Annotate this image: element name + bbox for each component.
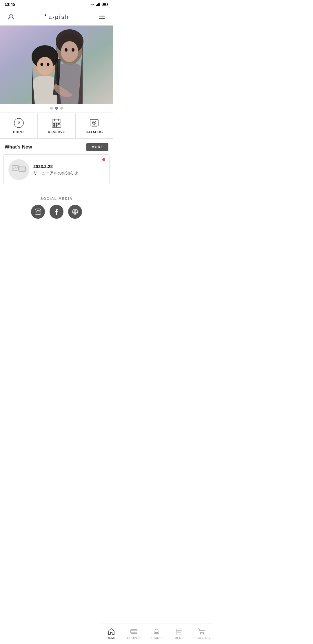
social-media-section: SOCIAL MEDIA: [0, 190, 113, 223]
svg-point-23: [47, 63, 50, 66]
news-content: 2023.2.28 リニューアルのお知らせ: [33, 164, 105, 176]
logo: ★a·pish: [16, 13, 97, 20]
point-nav-item[interactable]: P POINT: [0, 113, 38, 138]
carousel-dot-2[interactable]: [55, 107, 58, 110]
facebook-icon: [53, 208, 60, 215]
svg-rect-1: [97, 4, 98, 6]
signal-icon: [96, 3, 100, 6]
hero-banner: [0, 26, 113, 104]
website-button[interactable]: [68, 205, 82, 219]
carousel-dot-3[interactable]: [60, 107, 63, 110]
svg-rect-2: [98, 3, 99, 6]
svg-point-15: [61, 41, 78, 62]
svg-point-45: [72, 209, 78, 214]
social-icons-row: [0, 205, 113, 219]
reserve-nav-item[interactable]: RESERVE: [38, 113, 75, 138]
news-unread-dot: [102, 158, 105, 161]
point-icon: P: [13, 117, 24, 129]
svg-point-44: [39, 210, 40, 210]
svg-point-37: [94, 122, 95, 123]
svg-text:P: P: [17, 121, 20, 125]
news-date: 2023.2.28: [33, 164, 105, 169]
news-thumbnail: [8, 159, 29, 180]
whats-new-header: What's New MORE: [0, 139, 113, 154]
svg-rect-33: [54, 125, 55, 126]
instagram-button[interactable]: [31, 205, 45, 219]
news-thumb-icon: [12, 164, 26, 176]
account-button[interactable]: [6, 12, 16, 22]
svg-rect-42: [35, 209, 41, 215]
svg-rect-40: [19, 167, 26, 171]
globe-icon: [72, 208, 79, 215]
header: ★a·pish: [0, 8, 113, 26]
svg-rect-0: [96, 5, 97, 6]
carousel-dot-1[interactable]: [50, 107, 53, 110]
svg-point-7: [10, 14, 12, 17]
svg-rect-6: [103, 3, 106, 6]
svg-rect-13: [57, 63, 83, 104]
more-button[interactable]: MORE: [86, 143, 108, 151]
reserve-label: RESERVE: [48, 130, 65, 134]
svg-rect-19: [33, 76, 57, 104]
svg-point-21: [37, 57, 53, 75]
svg-point-43: [37, 211, 39, 213]
facebook-button[interactable]: [50, 205, 63, 219]
whats-new-title: What's New: [5, 144, 32, 150]
news-card[interactable]: 2023.2.28 リニューアルのお知らせ: [3, 154, 110, 185]
svg-rect-5: [108, 4, 108, 5]
status-time: 13:45: [5, 2, 15, 7]
catalog-nav-item[interactable]: CATALOG: [76, 113, 113, 138]
svg-point-41: [14, 167, 16, 168]
svg-point-17: [72, 48, 74, 52]
nav-icons-row: P POINT RESERVE: [0, 113, 113, 139]
svg-point-22: [41, 63, 43, 66]
content-area: P POINT RESERVE: [0, 113, 113, 247]
svg-rect-34: [56, 125, 57, 126]
hamburger-menu-button[interactable]: [97, 12, 107, 22]
battery-icon: [102, 3, 108, 6]
svg-point-16: [65, 48, 68, 52]
carousel-dots: [0, 104, 113, 113]
status-bar: 13:45: [0, 0, 113, 8]
wifi-icon: [90, 3, 94, 6]
instagram-icon: [34, 208, 41, 215]
catalog-icon: [89, 117, 100, 129]
svg-rect-31: [56, 123, 57, 124]
point-label: POINT: [13, 130, 24, 134]
svg-rect-30: [54, 123, 55, 124]
svg-rect-32: [58, 123, 59, 124]
catalog-label: CATALOG: [85, 130, 103, 134]
reserve-icon: [51, 117, 62, 129]
status-icons: [90, 3, 108, 6]
social-label: SOCIAL MEDIA: [0, 197, 113, 201]
svg-rect-3: [99, 3, 100, 6]
news-text: リニューアルのお知らせ: [33, 171, 105, 176]
